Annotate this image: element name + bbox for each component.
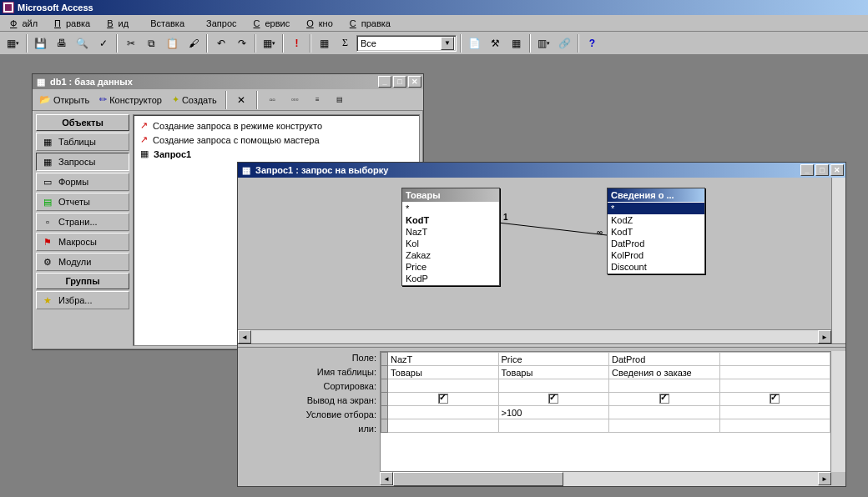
grid-cell[interactable] (609, 406, 720, 419)
grid-cell[interactable] (719, 366, 830, 379)
grid-cell[interactable] (719, 393, 830, 406)
table-header[interactable]: Товары (402, 188, 499, 202)
grid-cell[interactable]: Price (498, 353, 609, 366)
list-item[interactable]: ↗Создание запроса с помощью мастера (137, 133, 416, 147)
sidebar-item-favorites[interactable]: ★Избра... (36, 291, 129, 309)
redo-button[interactable]: ↷ (232, 34, 251, 53)
sidebar-item-forms[interactable]: ▭Формы (36, 173, 129, 191)
scroll-left-icon[interactable]: ◄ (238, 330, 251, 344)
grid-cell[interactable] (498, 379, 609, 393)
delete-button[interactable]: ✕ (232, 91, 251, 109)
field-item[interactable]: Discount (608, 261, 704, 273)
copy-button[interactable]: ⧉ (142, 34, 161, 53)
grid-cell[interactable]: Товары (498, 366, 609, 379)
grid-cell[interactable] (498, 419, 609, 433)
grid-cell[interactable]: >100 (498, 406, 609, 419)
grid-cell[interactable]: Сведения о заказе (609, 366, 720, 379)
grid-cell[interactable] (388, 393, 499, 406)
build-button[interactable]: ⚒ (486, 34, 505, 53)
objects-header[interactable]: Объекты (36, 114, 129, 131)
field-item[interactable]: * (608, 203, 704, 214)
field-item[interactable]: Zakaz (402, 249, 499, 261)
horizontal-scrollbar[interactable]: ◄ ► (380, 472, 831, 486)
grid-cell[interactable] (388, 379, 499, 393)
grid-cell[interactable] (719, 419, 830, 433)
checkbox-icon[interactable] (659, 394, 669, 404)
query-titlebar[interactable]: ▦ Запрос1 : запрос на выборку _ □ ✕ (238, 163, 845, 178)
groups-header[interactable]: Группы (36, 273, 129, 289)
totals-button[interactable]: Σ (336, 34, 355, 53)
sidebar-item-modules[interactable]: ⚙Модули (36, 253, 129, 271)
sidebar-item-macros[interactable]: ⚑Макросы (36, 233, 129, 251)
large-icons-button[interactable]: ▫▫ (263, 91, 282, 109)
paste-button[interactable]: 📋 (163, 34, 182, 53)
menu-query[interactable]: Запрос (196, 17, 246, 30)
query-table-pane[interactable]: 1 ∞ Товары * KodT NazT Kol Zakaz Price K… (238, 178, 845, 344)
maximize-button[interactable]: □ (393, 76, 406, 88)
format-button[interactable]: 🖌 (184, 34, 203, 53)
list-item[interactable]: ↗Создание запроса в режиме конструкто (137, 118, 416, 133)
field-list[interactable]: * KodT NazT Kol Zakaz Price KodP (402, 202, 499, 285)
field-item[interactable]: KolProd (608, 249, 704, 261)
dbwindow-button[interactable]: ▦ (507, 34, 526, 53)
design-button[interactable]: ✏Конструктор (96, 92, 165, 108)
sidebar-item-queries[interactable]: ▦Запросы (36, 153, 129, 171)
table-box-svedeniya[interactable]: Сведения о ... * KodZ KodT DatProd KolPr… (607, 188, 705, 274)
grid-cell[interactable]: Товары (388, 366, 499, 379)
field-list[interactable]: * KodZ KodT DatProd KolProd Discount (608, 202, 704, 274)
vertical-scrollbar[interactable] (831, 178, 845, 344)
maximize-button[interactable]: □ (815, 164, 829, 176)
grid-cell[interactable] (609, 419, 720, 433)
scroll-left-icon[interactable]: ◄ (380, 472, 393, 485)
grid-cell[interactable] (609, 379, 720, 393)
run-button[interactable]: ! (287, 34, 306, 53)
view-button[interactable]: ▦▾ (3, 34, 23, 53)
field-item[interactable]: * (402, 203, 499, 214)
grid-cell[interactable] (388, 419, 499, 433)
sidebar-item-pages[interactable]: ▫Страни... (36, 213, 129, 231)
checkbox-icon[interactable] (548, 394, 558, 404)
list-item[interactable]: ▦Запрос1 (137, 147, 416, 161)
grid-cell[interactable] (609, 393, 720, 406)
scroll-thumb[interactable] (393, 472, 563, 486)
grid-cell[interactable] (719, 406, 830, 419)
menu-view[interactable]: Вид (102, 17, 139, 30)
menu-help[interactable]: Справка (345, 17, 401, 30)
field-item[interactable]: KodT (402, 214, 499, 226)
showtable-button[interactable]: ▦ (315, 34, 334, 53)
help-button[interactable]: ? (583, 34, 602, 53)
undo-button[interactable]: ↶ (211, 34, 230, 53)
field-item[interactable]: KodP (402, 273, 499, 284)
close-button[interactable]: ✕ (830, 164, 844, 176)
field-item[interactable]: KodT (608, 226, 704, 238)
top-values-combo[interactable]: Все ▼ (356, 35, 457, 52)
field-item[interactable]: NazT (402, 226, 499, 238)
cut-button[interactable]: ✂ (121, 34, 140, 53)
grid-cell[interactable] (498, 393, 609, 406)
field-item[interactable]: KodZ (608, 214, 704, 226)
grid-cell[interactable] (388, 406, 499, 419)
minimize-button[interactable]: _ (800, 164, 814, 176)
grid-cell[interactable] (719, 353, 830, 366)
checkbox-icon[interactable] (438, 394, 448, 404)
newobject-button[interactable]: ▥▾ (534, 34, 553, 53)
table-header[interactable]: Сведения о ... (608, 188, 704, 202)
menu-window[interactable]: Окно (301, 17, 343, 30)
details-button[interactable]: ▤ (331, 91, 350, 109)
checkbox-icon[interactable] (770, 394, 780, 404)
minimize-button[interactable]: _ (378, 76, 391, 88)
field-item[interactable]: Price (402, 261, 499, 273)
grid-cell[interactable]: NazT (388, 353, 499, 366)
vertical-scrollbar[interactable] (831, 351, 845, 472)
sidebar-item-tables[interactable]: ▦Таблицы (36, 133, 129, 151)
small-icons-button[interactable]: ▫▫▫ (285, 91, 305, 109)
menu-file[interactable]: Файл (5, 17, 48, 30)
scroll-right-icon[interactable]: ► (818, 330, 831, 344)
grid-cell[interactable] (719, 379, 830, 393)
print-button[interactable]: 🖶 (52, 34, 71, 53)
menu-service[interactable]: Сервис (249, 17, 300, 30)
chevron-down-icon[interactable]: ▼ (441, 37, 454, 50)
horizontal-scrollbar[interactable]: ◄ ► (238, 329, 831, 344)
save-button[interactable]: 💾 (31, 34, 50, 53)
sidebar-item-reports[interactable]: ▤Отчеты (36, 193, 129, 211)
